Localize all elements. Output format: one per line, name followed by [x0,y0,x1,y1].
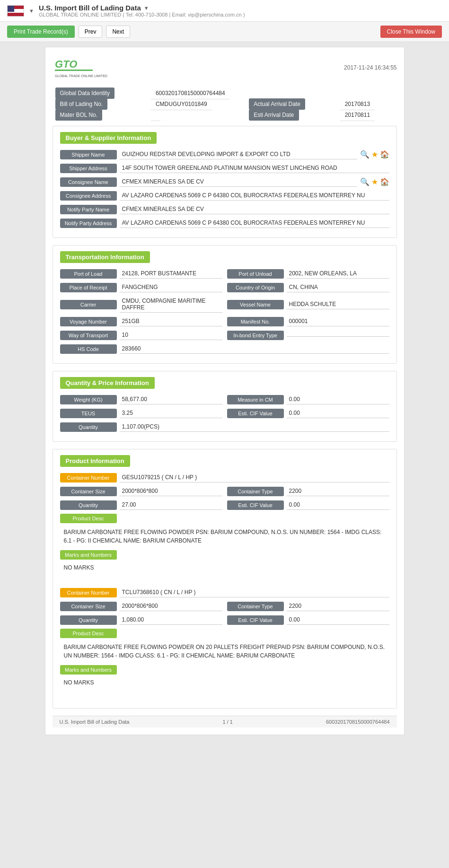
consignee-name-row: Consignee Name CFMEX MINERALES SA DE CV … [60,177,389,187]
container-2-product-desc-label: Product Desc [60,629,117,638]
container-2-type-label: Container Type [227,602,284,611]
qp-row-1: Weight (KG) 58,677.00 Measure in CM 0.00 [60,395,389,408]
inbond-entry-value [287,333,389,337]
weight-value: 58,677.00 [120,395,222,404]
manifest-no-value: 000001 [287,316,389,326]
flag-dropdown-arrow[interactable]: ▼ [29,8,34,14]
toolbar: Print Trade Record(s) Prev Next Close Th… [0,22,449,42]
container-2-size-type-row: Container Size 2000*806*800 Container Ty… [60,601,389,615]
footer-left: U.S. Import Bill of Lading Data [60,719,130,725]
product-information-title: Product Information [60,455,130,467]
qp-esti-cif-label: Esti. CIF Value [227,409,284,418]
container-2-type-value: 2200 [287,601,389,611]
header-bar: ▼ U.S. Import Bill of Lading Data ▼ GLOB… [0,0,449,22]
bol-label: Bill of Lading No. [55,98,108,110]
notify-party-address-label: Notify Party Address [60,219,117,228]
mater-bol-value [151,109,160,121]
country-of-origin-label: Country of Origin [227,283,284,292]
header-subtitle: GLOBAL TRADE ONLINE LIMITED ( Tel: 400-7… [39,12,245,18]
home-icon[interactable]: 🏠 [380,150,389,159]
consignee-address-value: AV LAZARO CARDENAS 5069 C P 64380 COL BU… [120,191,389,201]
transport-row-3: Carrier CMDU, COMPAGNIE MARITIME DAFFRE … [60,296,389,316]
svg-rect-1 [55,70,93,71]
container-2-cif-label: Esti. CIF Value [227,615,284,625]
port-of-unload-label: Port of Unload [227,269,284,279]
container-2-marks-label: Marks and Numbers [60,665,117,675]
shipper-address-label: Shipper Address [60,164,117,173]
container-2-number-value: TCLU7368610 ( CN / L / HP ) [120,587,389,597]
container-1-number-row: Container Number GESU1079215 ( CN / L / … [60,473,389,482]
container-2-qty-value: 1,080.00 [120,615,222,625]
hs-code-row: HS Code 283660 [60,344,389,354]
actual-arrival-label: Actual Arrival Date [249,98,305,110]
transport-row-1: Port of Load 24128, PORT BUSTAMANTE Port… [60,269,389,282]
measure-value: 0.00 [287,395,389,404]
carrier-value: CMDU, COMPAGNIE MARITIME DAFFRE [120,296,222,313]
container-1: Container Number GESU1079215 ( CN / L / … [60,473,389,578]
next-button[interactable]: Next [106,26,130,38]
qp-quantity-value: 1,107.00(PCS) [120,422,389,432]
container-1-type-value: 2200 [287,486,389,496]
search-icon-2[interactable]: 🔍 [360,177,370,186]
consignee-address-row: Consignee Address AV LAZARO CARDENAS 506… [60,191,389,201]
container-2-number-label: Container Number [60,588,117,597]
weight-label: Weight (KG) [60,395,117,404]
prev-button[interactable]: Prev [79,26,103,38]
consignee-name-icons: 🔍 ★ 🏠 [360,177,389,186]
consignee-name-value: CFMEX MINERALES SA DE CV [120,177,357,187]
notify-party-name-label: Notify Party Name [60,205,117,214]
timestamp: 2017-11-24 16:34:55 [344,64,396,71]
transport-row-4: Voyage Number 251GB Manifest No. 000001 [60,316,389,330]
container-1-product-desc-block: Product Desc BARIUM CARBONATE FREE FLOWI… [60,514,389,547]
container-2-size-value: 2000*806*800 [120,601,222,611]
buyer-supplier-title: Buyer & Supplier Information [60,132,157,144]
qp-esti-cif-value: 0.00 [287,408,389,418]
qp-row-2: TEUS 3.25 Esti. CIF Value 0.00 [60,408,389,422]
teus-label: TEUS [60,409,117,418]
notify-party-address-value: AV LAZARO CARDENAS 5069 C P 64380 COL BU… [120,218,389,228]
container-2-cif-value: 0.00 [287,615,389,625]
way-of-transport-value: 10 [120,330,222,340]
container-1-product-desc-label: Product Desc [60,514,117,523]
buyer-supplier-section: Buyer & Supplier Information Shipper Nam… [53,126,397,238]
star-icon-2[interactable]: ★ [371,177,378,186]
main-content: GTO GLOBAL TRADE ONLINE LIMITED 2017-11-… [45,47,405,735]
container-2-size-label: Container Size [60,602,117,611]
shipper-address-row: Shipper Address 14F SOUTH TOWER GREENLAN… [60,163,389,173]
identity-label: Global Data Identity [55,88,114,99]
shipper-address-value: 14F SOUTH TOWER GREENLAND PLATINUM MANSI… [120,163,389,173]
esti-arrival-value: 20170811 [340,109,375,121]
actual-arrival-value: 20170813 [340,98,375,110]
close-window-button[interactable]: Close This Window [380,26,442,38]
qp-quantity-label: Quantity [60,422,117,432]
notify-party-name-value: CFMEX MINERALES SA DE CV [120,204,389,214]
search-icon[interactable]: 🔍 [360,150,370,159]
home-icon-2[interactable]: 🏠 [380,177,389,186]
container-1-cif-value: 0.00 [287,500,389,510]
shipper-name-row: Shipper Name GUIZHOU REDSTAR DEVELOPING … [60,149,389,159]
carrier-label: Carrier [60,300,117,309]
vessel-name-value: HEDDA SCHULTE [287,299,389,309]
container-1-qty-value: 27.00 [120,500,222,510]
notify-party-address-row: Notify Party Address AV LAZARO CARDENAS … [60,218,389,228]
container-2-product-desc-value: BARIUM CARBONATE FREE FLOWING POWDER ON … [60,640,389,662]
print-button[interactable]: Print Trade Record(s) [7,26,75,38]
footer-bar: U.S. Import Bill of Lading Data 1 / 1 60… [53,716,397,728]
star-icon[interactable]: ★ [371,150,378,159]
logo-row: GTO GLOBAL TRADE ONLINE LIMITED 2017-11-… [53,54,397,80]
place-of-receipt-value: FANGCHENG [120,282,222,292]
container-2-qty-cif-row: Quantity 1,080.00 Esti. CIF Value 0.00 [60,615,389,629]
transport-row-5: Way of Transport 10 In-bond Entry Type [60,330,389,344]
container-2-marks-block: Marks and Numbers NO MARKS [60,665,389,688]
container-1-size-type-row: Container Size 2000*806*800 Container Ty… [60,486,389,500]
container-1-qty-label: Quantity [60,500,117,510]
shipper-name-label: Shipper Name [60,150,117,159]
title-dropdown-icon[interactable]: ▼ [144,5,149,11]
consignee-address-label: Consignee Address [60,191,117,201]
identity-value: 6003201708150000764484 [151,88,230,99]
esti-arrival-label: Esti Arrival Date [249,109,299,121]
svg-text:GLOBAL TRADE ONLINE LIMITED: GLOBAL TRADE ONLINE LIMITED [55,74,107,78]
port-of-load-label: Port of Load [60,269,117,279]
svg-text:GTO: GTO [55,58,77,70]
container-1-size-value: 2000*806*800 [120,486,222,496]
